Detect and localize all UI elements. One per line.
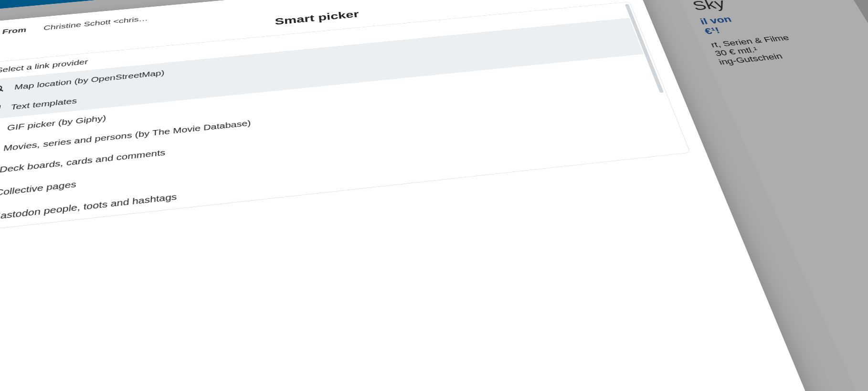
from-label: From (1, 26, 27, 36)
text-template-icon (0, 103, 4, 114)
provider-label: Text templates (10, 97, 77, 111)
search-map-icon (0, 83, 7, 94)
provider-label: Collective pages (0, 179, 77, 197)
